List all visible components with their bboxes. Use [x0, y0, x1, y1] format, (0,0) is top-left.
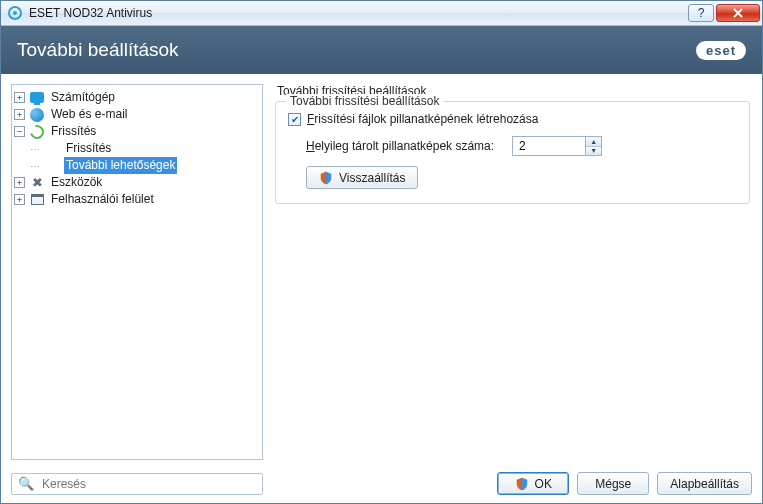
spinner-row: Helyileg tárolt pillanatképek száma: ▲ ▼ [288, 136, 737, 156]
blank-icon [44, 141, 60, 157]
reset-row: Visszaállítás [288, 166, 737, 189]
tree-label: Számítógép [49, 89, 117, 106]
window-icon [29, 192, 45, 208]
snapshot-count-stepper: ▲ ▼ [512, 136, 602, 156]
blank-icon [44, 158, 60, 174]
refresh-icon [29, 124, 45, 140]
ok-button[interactable]: OK [497, 472, 569, 495]
close-button[interactable] [716, 4, 760, 22]
groupbox-update-settings: További frissítési beállítások ✔ Frissít… [275, 101, 750, 204]
tree-label: Frissítés [49, 123, 98, 140]
sidebar: + Számítógép + Web és e-mail − Frissítés [11, 84, 263, 460]
tree-label: Web és e-mail [49, 106, 129, 123]
search-icon: 🔍 [18, 476, 34, 491]
tree[interactable]: + Számítógép + Web és e-mail − Frissítés [11, 84, 263, 460]
app-icon [7, 5, 23, 21]
collapse-icon[interactable]: − [14, 126, 25, 137]
reset-button[interactable]: Visszaállítás [306, 166, 418, 189]
tree-label: Frissítés [64, 140, 113, 157]
tree-item-computer[interactable]: + Számítógép [14, 89, 260, 106]
window-title: ESET NOD32 Antivirus [29, 6, 688, 20]
eset-logo: eset [696, 41, 746, 60]
checkbox-label: Frissítési fájlok pillanatképének létreh… [307, 112, 538, 126]
svg-point-1 [13, 11, 17, 15]
default-label: Alapbeállítás [670, 477, 739, 491]
checkbox-row: ✔ Frissítési fájlok pillanatképének létr… [288, 112, 737, 126]
snapshot-checkbox[interactable]: ✔ [288, 113, 301, 126]
tree-item-more-options[interactable]: További lehetőségek [14, 157, 260, 174]
header: További beállítások eset [1, 26, 762, 74]
tree-item-ui[interactable]: + Felhasználói felület [14, 191, 260, 208]
tree-connector-icon [29, 143, 40, 154]
bottom-buttons: OK Mégse Alapbeállítás [497, 472, 752, 495]
tree-connector-icon [29, 160, 40, 171]
tree-item-update[interactable]: − Frissítés [14, 123, 260, 140]
expand-icon[interactable]: + [14, 177, 25, 188]
search-box[interactable]: 🔍 [11, 473, 263, 495]
shield-icon [319, 171, 333, 185]
tree-item-update-child[interactable]: Frissítés [14, 140, 260, 157]
spinner-label: Helyileg tárolt pillanatképek száma: [306, 139, 494, 153]
reset-label: Visszaállítás [339, 171, 405, 185]
monitor-icon [29, 90, 45, 106]
bottom-bar: 🔍 OK Mégse Alapbeállítás [1, 466, 762, 503]
globe-icon [29, 107, 45, 123]
tree-item-tools[interactable]: + ✖ Eszközök [14, 174, 260, 191]
snapshot-count-input[interactable] [512, 136, 586, 156]
tree-label: Eszközök [49, 174, 104, 191]
titlebar: ESET NOD32 Antivirus ? [1, 1, 762, 26]
shield-icon [515, 477, 529, 491]
spin-down-button[interactable]: ▼ [586, 146, 601, 156]
expand-icon[interactable]: + [14, 194, 25, 205]
search-input[interactable] [40, 476, 256, 492]
cancel-label: Mégse [595, 477, 631, 491]
tree-item-web-email[interactable]: + Web és e-mail [14, 106, 260, 123]
tree-label: További lehetőségek [64, 157, 177, 174]
content-panel: További frissítési beállítások További f… [273, 84, 752, 460]
expand-icon[interactable]: + [14, 109, 25, 120]
window: ESET NOD32 Antivirus ? További beállítás… [0, 0, 763, 504]
expand-icon[interactable]: + [14, 92, 25, 103]
group-legend: További frissítési beállítások [286, 94, 443, 108]
tree-label: Felhasználói felület [49, 191, 156, 208]
tools-icon: ✖ [29, 175, 45, 191]
main-area: + Számítógép + Web és e-mail − Frissítés [1, 74, 762, 466]
ok-label: OK [535, 477, 552, 491]
window-buttons: ? [688, 4, 762, 22]
default-button[interactable]: Alapbeállítás [657, 472, 752, 495]
cancel-button[interactable]: Mégse [577, 472, 649, 495]
spin-up-button[interactable]: ▲ [586, 137, 601, 146]
page-title: További beállítások [17, 39, 696, 61]
help-button[interactable]: ? [688, 4, 714, 22]
